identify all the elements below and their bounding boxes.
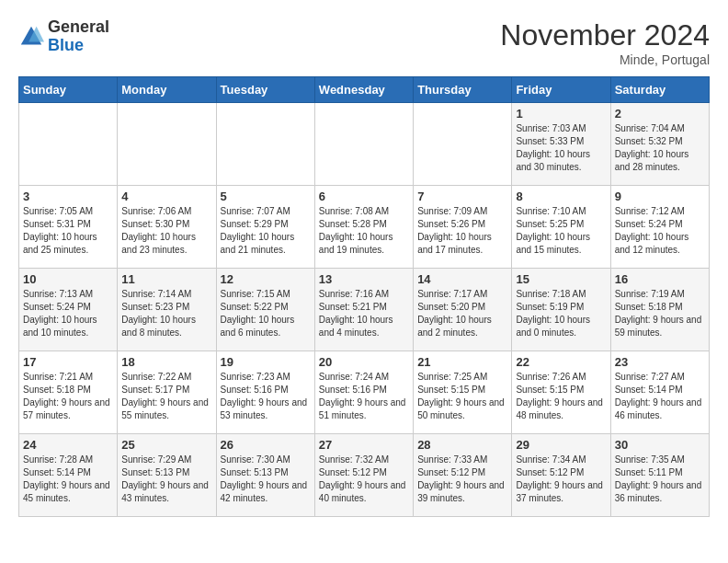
- calendar-cell: 11Sunrise: 7:14 AMSunset: 5:23 PMDayligh…: [118, 269, 216, 351]
- logo-icon: [18, 24, 44, 50]
- day-info: Sunrise: 7:28 AMSunset: 5:14 PMDaylight:…: [23, 454, 113, 505]
- calendar-row: 10Sunrise: 7:13 AMSunset: 5:24 PMDayligh…: [19, 269, 710, 351]
- calendar-cell: 21Sunrise: 7:25 AMSunset: 5:15 PMDayligh…: [414, 351, 512, 434]
- day-info: Sunrise: 7:29 AMSunset: 5:13 PMDaylight:…: [121, 454, 211, 505]
- day-number: 29: [516, 438, 606, 452]
- logo-text: General Blue: [48, 18, 109, 55]
- day-number: 16: [615, 272, 705, 286]
- calendar-row: 3Sunrise: 7:05 AMSunset: 5:31 PMDaylight…: [19, 186, 710, 269]
- day-number: 1: [516, 107, 606, 121]
- calendar-cell: 24Sunrise: 7:28 AMSunset: 5:14 PMDayligh…: [19, 434, 118, 517]
- calendar-cell: 26Sunrise: 7:30 AMSunset: 5:13 PMDayligh…: [216, 434, 314, 517]
- calendar-cell: 18Sunrise: 7:22 AMSunset: 5:17 PMDayligh…: [118, 351, 216, 434]
- header-row: SundayMondayTuesdayWednesdayThursdayFrid…: [19, 77, 710, 103]
- calendar-cell: 17Sunrise: 7:21 AMSunset: 5:18 PMDayligh…: [19, 351, 118, 434]
- day-number: 14: [417, 272, 507, 286]
- day-number: 28: [417, 438, 507, 452]
- page-header: General Blue November 2024 Minde, Portug…: [18, 18, 710, 67]
- day-info: Sunrise: 7:05 AMSunset: 5:31 PMDaylight:…: [23, 205, 113, 257]
- calendar-cell: [216, 103, 314, 186]
- header-day-thursday: Thursday: [414, 77, 512, 103]
- day-number: 22: [516, 355, 606, 369]
- calendar-cell: 13Sunrise: 7:16 AMSunset: 5:21 PMDayligh…: [314, 269, 413, 351]
- calendar-cell: 8Sunrise: 7:10 AMSunset: 5:25 PMDaylight…: [512, 186, 610, 269]
- calendar-cell: 4Sunrise: 7:06 AMSunset: 5:30 PMDaylight…: [118, 186, 216, 269]
- day-number: 19: [221, 355, 311, 369]
- day-info: Sunrise: 7:06 AMSunset: 5:30 PMDaylight:…: [121, 205, 211, 257]
- calendar-cell: 3Sunrise: 7:05 AMSunset: 5:31 PMDaylight…: [19, 186, 118, 269]
- calendar-cell: 5Sunrise: 7:07 AMSunset: 5:29 PMDaylight…: [216, 186, 314, 269]
- month-title: November 2024: [500, 18, 710, 52]
- day-info: Sunrise: 7:03 AMSunset: 5:33 PMDaylight:…: [516, 122, 606, 174]
- calendar-cell: 19Sunrise: 7:23 AMSunset: 5:16 PMDayligh…: [216, 351, 314, 434]
- calendar-cell: [118, 103, 216, 186]
- day-number: 2: [615, 107, 705, 121]
- calendar-cell: 9Sunrise: 7:12 AMSunset: 5:24 PMDaylight…: [610, 186, 709, 269]
- calendar-cell: 22Sunrise: 7:26 AMSunset: 5:15 PMDayligh…: [512, 351, 610, 434]
- day-number: 13: [319, 272, 409, 286]
- calendar-cell: 15Sunrise: 7:18 AMSunset: 5:19 PMDayligh…: [512, 269, 610, 351]
- day-info: Sunrise: 7:21 AMSunset: 5:18 PMDaylight:…: [23, 371, 113, 422]
- day-info: Sunrise: 7:22 AMSunset: 5:17 PMDaylight:…: [121, 371, 211, 422]
- calendar-cell: 12Sunrise: 7:15 AMSunset: 5:22 PMDayligh…: [216, 269, 314, 351]
- calendar-row: 24Sunrise: 7:28 AMSunset: 5:14 PMDayligh…: [19, 434, 710, 517]
- day-number: 27: [319, 438, 409, 452]
- day-info: Sunrise: 7:23 AMSunset: 5:16 PMDaylight:…: [221, 371, 311, 422]
- calendar-cell: 30Sunrise: 7:35 AMSunset: 5:11 PMDayligh…: [610, 434, 709, 517]
- day-number: 11: [121, 272, 211, 286]
- logo: General Blue: [18, 18, 109, 55]
- location: Minde, Portugal: [500, 52, 710, 67]
- day-info: Sunrise: 7:32 AMSunset: 5:12 PMDaylight:…: [319, 454, 409, 505]
- day-info: Sunrise: 7:04 AMSunset: 5:32 PMDaylight:…: [615, 122, 705, 174]
- day-number: 3: [23, 190, 113, 203]
- calendar-cell: 23Sunrise: 7:27 AMSunset: 5:14 PMDayligh…: [610, 351, 709, 434]
- calendar-table: SundayMondayTuesdayWednesdayThursdayFrid…: [18, 76, 710, 517]
- logo-blue: Blue: [48, 36, 84, 54]
- calendar-cell: [414, 103, 512, 186]
- day-number: 8: [516, 190, 606, 203]
- calendar-header: SundayMondayTuesdayWednesdayThursdayFrid…: [19, 77, 710, 103]
- calendar-cell: 2Sunrise: 7:04 AMSunset: 5:32 PMDaylight…: [610, 103, 709, 186]
- header-day-friday: Friday: [512, 77, 610, 103]
- day-info: Sunrise: 7:24 AMSunset: 5:16 PMDaylight:…: [319, 371, 409, 422]
- calendar-cell: 10Sunrise: 7:13 AMSunset: 5:24 PMDayligh…: [19, 269, 118, 351]
- day-info: Sunrise: 7:19 AMSunset: 5:18 PMDaylight:…: [615, 288, 705, 339]
- header-day-wednesday: Wednesday: [314, 77, 413, 103]
- day-number: 4: [121, 190, 211, 203]
- day-number: 23: [615, 355, 705, 369]
- day-number: 6: [319, 190, 409, 203]
- calendar-cell: 6Sunrise: 7:08 AMSunset: 5:28 PMDaylight…: [314, 186, 413, 269]
- day-info: Sunrise: 7:34 AMSunset: 5:12 PMDaylight:…: [516, 454, 606, 505]
- day-info: Sunrise: 7:25 AMSunset: 5:15 PMDaylight:…: [417, 371, 507, 422]
- calendar-cell: 29Sunrise: 7:34 AMSunset: 5:12 PMDayligh…: [512, 434, 610, 517]
- day-number: 5: [221, 190, 311, 203]
- calendar-cell: 16Sunrise: 7:19 AMSunset: 5:18 PMDayligh…: [610, 269, 709, 351]
- day-number: 12: [221, 272, 311, 286]
- day-number: 7: [417, 190, 507, 203]
- calendar-cell: 25Sunrise: 7:29 AMSunset: 5:13 PMDayligh…: [118, 434, 216, 517]
- day-info: Sunrise: 7:10 AMSunset: 5:25 PMDaylight:…: [516, 205, 606, 257]
- day-info: Sunrise: 7:27 AMSunset: 5:14 PMDaylight:…: [615, 371, 705, 422]
- day-info: Sunrise: 7:33 AMSunset: 5:12 PMDaylight:…: [417, 454, 507, 505]
- day-info: Sunrise: 7:07 AMSunset: 5:29 PMDaylight:…: [221, 205, 311, 257]
- day-info: Sunrise: 7:13 AMSunset: 5:24 PMDaylight:…: [23, 288, 113, 339]
- day-number: 15: [516, 272, 606, 286]
- calendar-body: 1Sunrise: 7:03 AMSunset: 5:33 PMDaylight…: [19, 103, 710, 517]
- day-info: Sunrise: 7:12 AMSunset: 5:24 PMDaylight:…: [615, 205, 705, 257]
- day-info: Sunrise: 7:16 AMSunset: 5:21 PMDaylight:…: [319, 288, 409, 339]
- day-info: Sunrise: 7:30 AMSunset: 5:13 PMDaylight:…: [221, 454, 311, 505]
- day-number: 20: [319, 355, 409, 369]
- day-info: Sunrise: 7:08 AMSunset: 5:28 PMDaylight:…: [319, 205, 409, 257]
- day-number: 25: [121, 438, 211, 452]
- day-info: Sunrise: 7:18 AMSunset: 5:19 PMDaylight:…: [516, 288, 606, 339]
- calendar-cell: [314, 103, 413, 186]
- calendar-row: 17Sunrise: 7:21 AMSunset: 5:18 PMDayligh…: [19, 351, 710, 434]
- logo-general: General: [48, 17, 109, 36]
- calendar-cell: 27Sunrise: 7:32 AMSunset: 5:12 PMDayligh…: [314, 434, 413, 517]
- day-info: Sunrise: 7:35 AMSunset: 5:11 PMDaylight:…: [615, 454, 705, 505]
- header-day-sunday: Sunday: [19, 77, 118, 103]
- calendar-cell: 1Sunrise: 7:03 AMSunset: 5:33 PMDaylight…: [512, 103, 610, 186]
- day-number: 26: [221, 438, 311, 452]
- calendar-cell: 20Sunrise: 7:24 AMSunset: 5:16 PMDayligh…: [314, 351, 413, 434]
- day-number: 24: [23, 438, 113, 452]
